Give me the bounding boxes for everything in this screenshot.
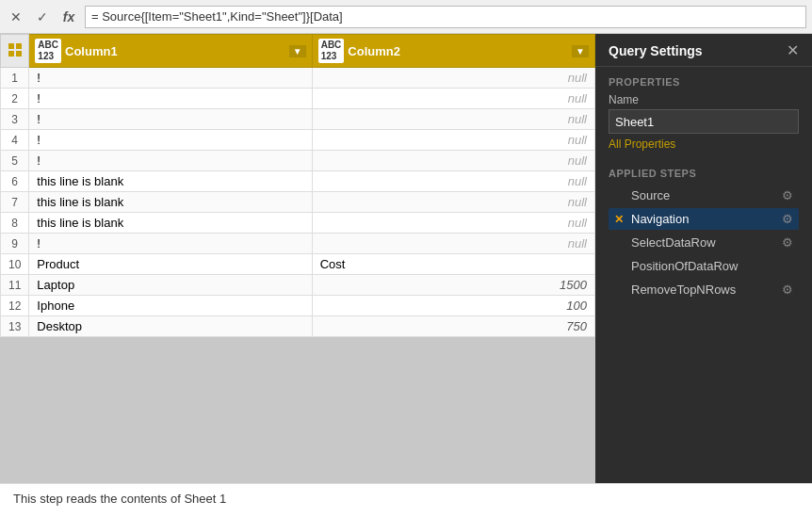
step-name: RemoveTopNRows bbox=[631, 283, 736, 297]
col1-cell: Iphone bbox=[29, 296, 312, 316]
step-name: SelectDataRow bbox=[631, 235, 716, 250]
col1-cell: Product bbox=[29, 254, 312, 275]
col2-cell: 100 bbox=[312, 296, 594, 316]
step-gear-icon[interactable]: ⚙ bbox=[782, 235, 793, 250]
col1-header[interactable]: ABC123 Column1 ▼ bbox=[29, 35, 312, 68]
step-item-left: RemoveTopNRows bbox=[614, 283, 736, 297]
table-row[interactable]: 2!null bbox=[1, 89, 595, 109]
row-number: 6 bbox=[1, 171, 29, 192]
step-item-left: PositionOfDataRow bbox=[614, 259, 738, 273]
data-table: ABC123 Column1 ▼ ABC123 Column2 ▼ bbox=[0, 34, 595, 337]
bottom-bar-text: This step reads the contents of Sheet 1 bbox=[13, 492, 226, 506]
properties-section: PROPERTIES Name All Properties bbox=[595, 67, 812, 160]
col1-cell: ! bbox=[29, 151, 312, 171]
col1-cell: this line is blank bbox=[29, 171, 312, 192]
confirm-button[interactable]: ✓ bbox=[32, 7, 53, 27]
cancel-button[interactable]: ✕ bbox=[6, 7, 26, 27]
table-row[interactable]: 4!null bbox=[1, 130, 595, 151]
col1-cell: Desktop bbox=[29, 316, 312, 337]
table-row[interactable]: 8this line is blanknull bbox=[1, 213, 595, 234]
col2-dropdown-btn[interactable]: ▼ bbox=[572, 45, 589, 57]
main-area: ABC123 Column1 ▼ ABC123 Column2 ▼ bbox=[0, 34, 812, 483]
table-row[interactable]: 10ProductCost bbox=[1, 254, 595, 275]
row-number: 12 bbox=[1, 296, 29, 316]
svg-rect-2 bbox=[8, 51, 14, 57]
table-row[interactable]: 9!null bbox=[1, 234, 595, 254]
col1-cell: ! bbox=[29, 130, 312, 151]
table-row[interactable]: 3!null bbox=[1, 109, 595, 130]
col2-cell: null bbox=[312, 234, 594, 254]
table-row[interactable]: 6this line is blanknull bbox=[1, 171, 595, 192]
table-row[interactable]: 13Desktop750 bbox=[1, 316, 595, 337]
col2-cell: Cost bbox=[312, 254, 594, 275]
table-row[interactable]: 7this line is blanknull bbox=[1, 192, 595, 213]
all-properties-link[interactable]: All Properties bbox=[609, 137, 799, 151]
col1-name: Column1 bbox=[65, 44, 118, 58]
step-item[interactable]: PositionOfDataRow bbox=[609, 255, 799, 277]
step-item-left: SelectDataRow bbox=[614, 235, 716, 250]
col2-cell: 750 bbox=[312, 316, 594, 337]
table-row[interactable]: 1!null bbox=[1, 68, 595, 89]
svg-rect-3 bbox=[16, 51, 22, 57]
step-gear-icon[interactable]: ⚙ bbox=[782, 188, 793, 202]
row-number: 2 bbox=[1, 89, 29, 109]
step-item[interactable]: ✕Navigation⚙ bbox=[609, 208, 799, 230]
table-icon-header bbox=[1, 35, 29, 68]
col1-cell: ! bbox=[29, 109, 312, 130]
col2-header[interactable]: ABC123 Column2 ▼ bbox=[312, 35, 594, 68]
step-name: Navigation bbox=[631, 212, 689, 226]
col1-cell: ! bbox=[29, 68, 312, 89]
row-number: 7 bbox=[1, 192, 29, 213]
grid-area: ABC123 Column1 ▼ ABC123 Column2 ▼ bbox=[0, 34, 595, 483]
col1-cell: this line is blank bbox=[29, 192, 312, 213]
query-settings-panel: Query Settings ✕ PROPERTIES Name All Pro… bbox=[595, 34, 812, 483]
step-item[interactable]: Source⚙ bbox=[609, 185, 799, 206]
grid-wrapper: ABC123 Column1 ▼ ABC123 Column2 ▼ bbox=[0, 34, 595, 337]
col1-dropdown-btn[interactable]: ▼ bbox=[289, 45, 306, 57]
row-number: 8 bbox=[1, 213, 29, 234]
svg-rect-1 bbox=[16, 43, 22, 49]
step-x-icon: ✕ bbox=[614, 213, 627, 226]
step-item[interactable]: RemoveTopNRows⚙ bbox=[609, 279, 799, 300]
col2-name: Column2 bbox=[348, 44, 400, 58]
step-gear-icon[interactable]: ⚙ bbox=[782, 212, 793, 226]
panel-title: Query Settings bbox=[609, 43, 703, 58]
table-row[interactable]: 5!null bbox=[1, 151, 595, 171]
name-label: Name bbox=[609, 93, 799, 106]
col2-cell: null bbox=[312, 151, 594, 171]
col1-cell: this line is blank bbox=[29, 213, 312, 234]
col2-cell: 1500 bbox=[312, 275, 594, 296]
col2-cell: null bbox=[312, 213, 594, 234]
name-input[interactable] bbox=[609, 109, 799, 134]
col2-cell: null bbox=[312, 171, 594, 192]
col2-cell: null bbox=[312, 68, 594, 89]
col2-type-badge: ABC123 bbox=[318, 39, 345, 63]
col1-type-badge: ABC123 bbox=[35, 39, 61, 63]
row-number: 5 bbox=[1, 151, 29, 171]
row-number: 11 bbox=[1, 275, 29, 296]
table-row[interactable]: 12Iphone100 bbox=[1, 296, 595, 316]
col1-cell: ! bbox=[29, 89, 312, 109]
table-row[interactable]: 11Laptop1500 bbox=[1, 275, 595, 296]
step-gear-icon[interactable]: ⚙ bbox=[782, 283, 793, 297]
properties-label: PROPERTIES bbox=[609, 76, 799, 88]
step-item[interactable]: SelectDataRow⚙ bbox=[609, 232, 799, 253]
row-number: 13 bbox=[1, 316, 29, 337]
panel-header: Query Settings ✕ bbox=[595, 34, 812, 67]
col2-cell: null bbox=[312, 109, 594, 130]
col2-cell: null bbox=[312, 130, 594, 151]
formula-input[interactable] bbox=[85, 6, 806, 28]
row-number: 3 bbox=[1, 109, 29, 130]
col2-cell: null bbox=[312, 192, 594, 213]
svg-rect-0 bbox=[8, 43, 14, 49]
col1-cell: ! bbox=[29, 234, 312, 254]
applied-steps-section: APPLIED STEPS Source⚙✕Navigation⚙SelectD… bbox=[595, 160, 812, 483]
panel-close-button[interactable]: ✕ bbox=[787, 43, 799, 58]
row-number: 1 bbox=[1, 68, 29, 89]
steps-container: Source⚙✕Navigation⚙SelectDataRow⚙Positio… bbox=[609, 185, 799, 300]
fx-label: fx bbox=[58, 7, 79, 27]
step-name: PositionOfDataRow bbox=[631, 259, 738, 273]
applied-steps-label: APPLIED STEPS bbox=[609, 168, 799, 179]
col2-cell: null bbox=[312, 89, 594, 109]
grid-background bbox=[0, 337, 595, 483]
